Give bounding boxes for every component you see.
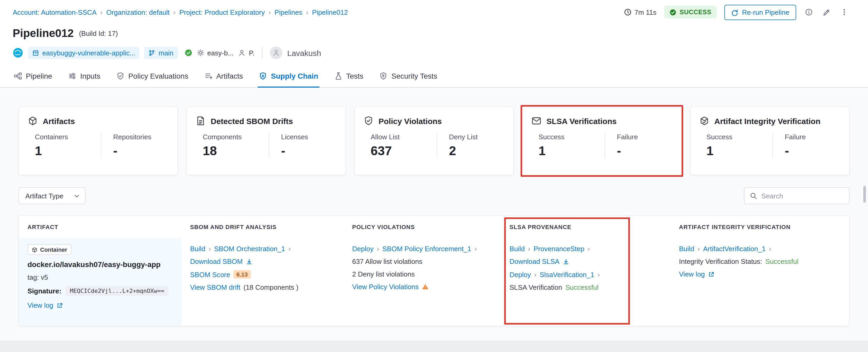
chevron-right-icon: [528, 244, 530, 253]
branch-name: main: [159, 49, 174, 57]
card-title: Artifact Integrity Verification: [714, 116, 820, 125]
breadcrumb-account[interactable]: Account: Automation-SSCA: [13, 8, 97, 16]
step-link[interactable]: ArtifactVerification_1: [703, 245, 766, 253]
scrollbar-thumb[interactable]: [863, 186, 866, 203]
deny-list-violations: 2 Deny list violations: [352, 270, 415, 278]
container-type-chip: Container: [27, 244, 71, 255]
step-link[interactable]: SBOM Policy Enforcement_1: [382, 245, 471, 253]
cell-policy-violations: Deploy SBOM Policy Enforcement_1 637 All…: [344, 238, 501, 326]
view-policy-violations-link[interactable]: View Policy Violations: [352, 283, 419, 291]
list-plus-icon: [204, 72, 213, 80]
column-header-artifact: ARTIFACT: [19, 224, 182, 238]
chevron-right-icon: [597, 270, 600, 279]
page-title: Pipeline012: [13, 27, 74, 40]
search-input[interactable]: [761, 192, 844, 200]
tab-label: Security Tests: [392, 72, 437, 80]
card-title: Policy Violations: [378, 116, 442, 125]
download-sbom-link[interactable]: Download SBOM: [190, 258, 243, 265]
stat-value: 2: [449, 143, 505, 158]
external-link-icon: [708, 271, 714, 277]
info-button[interactable]: [804, 7, 814, 17]
tab-policy-evaluations[interactable]: Policy Evaluations: [115, 72, 189, 88]
rerun-pipeline-button[interactable]: Re-run Pipeline: [725, 4, 796, 20]
stage-link[interactable]: Deploy: [509, 270, 531, 278]
chevron-separator-icon: [100, 8, 103, 16]
refresh-icon: [732, 9, 738, 15]
stage-link[interactable]: Build: [190, 245, 206, 253]
stat-label: Repositories: [113, 133, 169, 141]
column-header-sbom: SBOM AND DRIFT ANALYSIS: [182, 224, 344, 238]
kebab-menu-button[interactable]: [839, 7, 849, 17]
chevron-right-icon: [698, 244, 700, 253]
slsa-status-label: SLSA Verification: [509, 283, 562, 291]
breadcrumb-project[interactable]: Project: Product Exploratory: [179, 8, 265, 16]
status-text: SUCCESS: [680, 8, 711, 16]
edit-pencil-button[interactable]: [822, 7, 832, 17]
stat-label: Failure: [785, 133, 841, 141]
tab-pipeline[interactable]: Pipeline: [13, 72, 53, 88]
tab-label: Supply Chain: [271, 72, 318, 80]
integrity-cube-icon: [699, 116, 710, 126]
step-link[interactable]: ProvenanceStep: [533, 245, 584, 253]
security-shield-icon: [379, 72, 388, 80]
branch-chip[interactable]: main: [145, 47, 178, 59]
stage-link[interactable]: Build: [679, 245, 694, 253]
slsa-envelope-icon: [531, 116, 542, 126]
tab-artifacts[interactable]: Artifacts: [203, 72, 244, 88]
table-header-row: ARTIFACT SBOM AND DRIFT ANALYSIS POLICY …: [19, 216, 849, 238]
breadcrumb-pipelines[interactable]: Pipelines: [275, 8, 303, 16]
stat-value: 1: [35, 143, 101, 158]
artifacts-table: ARTIFACT SBOM AND DRIFT ANALYSIS POLICY …: [19, 215, 849, 326]
step-link[interactable]: SlsaVerification_1: [539, 270, 594, 278]
top-bar-actions: 7m 11s SUCCESS Re-run Pipeline: [624, 4, 849, 20]
card-title: Detected SBOM Drifts: [211, 116, 293, 125]
stat-label: Success: [538, 133, 605, 141]
sbom-score-link[interactable]: SBOM Score: [190, 270, 230, 278]
card-title: Artifacts: [43, 116, 75, 125]
tab-tests[interactable]: Tests: [333, 72, 364, 88]
service-globe-icon: [13, 47, 23, 58]
signature-row: Signature: MEQCICde2Vjl...L+2+mqnOXw==: [27, 286, 173, 296]
table-row: Container docker.io/lavakush07/easy-bugg…: [19, 238, 849, 326]
slsa-status-value: Successful: [565, 283, 598, 291]
stat-value: 18: [203, 143, 269, 158]
stage-link[interactable]: Build: [509, 245, 525, 253]
pipeline-meta-row: easybuggy-vulnerable-applic... main easy…: [0, 42, 868, 63]
person-initial: P.: [249, 49, 254, 57]
cell-artifact-integrity: Build ArtifactVerification_1 Integrity V…: [671, 238, 849, 326]
breadcrumb-organization[interactable]: Organization: default: [106, 8, 170, 16]
stat-value: 637: [371, 143, 437, 158]
artifact-type-select[interactable]: Artifact Type: [19, 187, 86, 204]
view-log-link[interactable]: View log: [679, 270, 705, 278]
artifact-image-name: docker.io/lavakush07/easy-buggy-app: [27, 260, 173, 268]
person-meta[interactable]: P.: [238, 49, 254, 57]
tab-label: Policy Evaluations: [128, 72, 188, 80]
stat-label: Allow List: [371, 133, 437, 141]
tab-supply-chain[interactable]: Supply Chain: [258, 72, 319, 88]
clock-icon: [624, 8, 631, 16]
sbom-score-badge: 6.13: [234, 270, 251, 279]
flask-icon: [334, 72, 342, 80]
download-slsa-link[interactable]: Download SLSA: [509, 258, 559, 265]
stat-label: Containers: [35, 133, 101, 141]
column-header-slsa: SLSA PROVENANCE: [501, 224, 671, 238]
tab-inputs[interactable]: Inputs: [67, 72, 101, 88]
tab-security-tests[interactable]: Security Tests: [378, 72, 438, 88]
check-circle-icon: [670, 9, 677, 15]
card-artifact-integrity: Artifact Integrity Verification Success …: [690, 106, 849, 175]
view-sbom-drift-link[interactable]: View SBOM drift: [190, 283, 240, 291]
view-log-link[interactable]: View log: [27, 301, 53, 309]
stat-value: 1: [707, 143, 773, 158]
cell-artifact: Container docker.io/lavakush07/easy-bugg…: [19, 238, 182, 326]
supply-chain-shield-icon: [259, 72, 267, 80]
green-status-icon: [185, 49, 192, 57]
service-meta[interactable]: easy-b...: [197, 49, 234, 57]
user-avatar[interactable]: [270, 46, 282, 59]
repository-chip[interactable]: easybuggy-vulnerable-applic...: [28, 47, 140, 59]
integrity-status-label: Integrity Verification Status:: [679, 258, 762, 265]
breadcrumb-pipeline012[interactable]: Pipeline012: [312, 8, 348, 16]
step-link[interactable]: SBOM Orchestration_1: [214, 245, 285, 253]
sbom-document-icon: [195, 116, 206, 126]
stage-link[interactable]: Deploy: [352, 245, 374, 253]
column-header-integrity: ARTIFACT INTEGRITY VERIFICATION: [671, 224, 849, 238]
